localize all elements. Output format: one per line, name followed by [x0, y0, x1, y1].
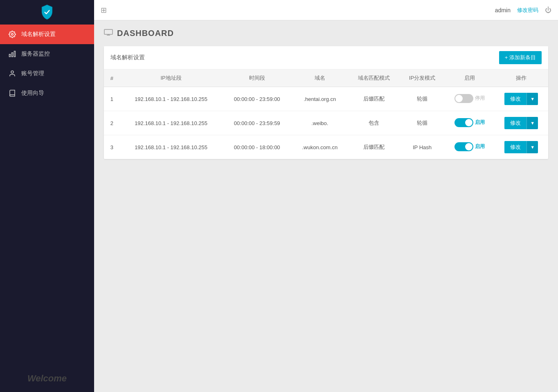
settings-icon	[8, 30, 16, 38]
modify-btn-wrap-3: 修改 ▼	[504, 141, 538, 153]
username-label: admin	[495, 7, 511, 13]
user-icon	[8, 69, 16, 78]
cell-time-3: 00:00:00 - 18:00:00	[222, 135, 292, 159]
change-password-link[interactable]: 修改密码	[517, 7, 538, 14]
table-row: 1 192.168.10.1 - 192.168.10.255 00:00:00…	[104, 87, 548, 111]
col-domain: 域名	[292, 69, 348, 87]
shield-icon	[40, 4, 54, 20]
cell-time-1: 00:00:00 - 23:59:00	[222, 87, 292, 111]
col-time-range: 时间段	[222, 69, 292, 87]
page-header: DASHBOARD	[104, 29, 548, 38]
cell-index-2: 2	[104, 111, 120, 135]
svg-rect-3	[9, 54, 11, 57]
toggle-knob-3	[465, 143, 473, 150]
page-title: DASHBOARD	[117, 29, 174, 38]
sidebar-item-usage-guide[interactable]: 使用向导	[0, 83, 94, 103]
svg-rect-1	[14, 51, 16, 57]
modify-dropdown-3[interactable]: ▼	[526, 141, 538, 153]
cell-enabled-3: 启用	[445, 135, 495, 159]
sidebar-welcome: Welcome	[0, 365, 94, 392]
sidebar: 域名解析设置 服务器监控 账号管理 使用向导	[0, 0, 94, 392]
col-action: 操作	[494, 69, 548, 87]
cell-ip-3: 192.168.10.1 - 192.168.10.255	[120, 135, 223, 159]
topbar-left: ⊞	[101, 6, 107, 15]
dns-table: # IP地址段 时间段 域名 域名匹配模式 IP分发模式 启用 操作 1 192…	[104, 69, 548, 159]
col-dist-mode: IP分发模式	[400, 69, 445, 87]
card-title: 域名解析设置	[110, 54, 145, 61]
bar-chart-icon	[8, 50, 16, 58]
cell-dist-1: 轮循	[400, 87, 445, 111]
modify-button-3[interactable]: 修改	[504, 141, 526, 153]
table-header: # IP地址段 时间段 域名 域名匹配模式 IP分发模式 启用 操作	[104, 69, 548, 87]
cell-time-2: 00:00:00 - 23:59:59	[222, 111, 292, 135]
toggle-label-1: 停用	[475, 95, 485, 102]
modify-btn-wrap-2: 修改 ▼	[504, 117, 538, 129]
grid-icon: ⊞	[101, 6, 107, 15]
sidebar-item-label-monitor: 服务器监控	[21, 50, 50, 58]
cell-match-1: 后缀匹配	[348, 87, 400, 111]
toggle-label-3: 启用	[475, 143, 485, 150]
col-index: #	[104, 69, 120, 87]
sidebar-item-server-monitor[interactable]: 服务器监控	[0, 44, 94, 64]
svg-rect-5	[104, 29, 112, 34]
cell-enabled-2: 启用	[445, 111, 495, 135]
card-header: 域名解析设置 + 添加新条目	[104, 46, 548, 69]
table-body: 1 192.168.10.1 - 192.168.10.255 00:00:00…	[104, 87, 548, 159]
power-icon[interactable]: ⏻	[545, 7, 551, 14]
modify-button-2[interactable]: 修改	[504, 117, 526, 129]
table-row: 3 192.168.10.1 - 192.168.10.255 00:00:00…	[104, 135, 548, 159]
toggle-switch-2[interactable]	[454, 118, 473, 127]
toggle-switch-1[interactable]	[454, 94, 473, 103]
modify-btn-wrap-1: 修改 ▼	[504, 93, 538, 105]
col-match-mode: 域名匹配模式	[348, 69, 400, 87]
content-area: DASHBOARD 域名解析设置 + 添加新条目 # IP地址段 时间段 域名 …	[94, 20, 558, 392]
add-entry-button[interactable]: + 添加新条目	[499, 51, 542, 64]
col-ip-range: IP地址段	[120, 69, 223, 87]
toggle-knob-2	[465, 119, 473, 126]
svg-point-4	[11, 71, 14, 73]
sidebar-nav: 域名解析设置 服务器监控 账号管理 使用向导	[0, 25, 94, 365]
cell-dist-2: 轮循	[400, 111, 445, 135]
cell-dist-3: IP Hash	[400, 135, 445, 159]
sidebar-item-label-dns: 域名解析设置	[21, 31, 56, 38]
cell-index-1: 1	[104, 87, 120, 111]
cell-ip-1: 192.168.10.1 - 192.168.10.255	[120, 87, 223, 111]
svg-rect-2	[12, 53, 13, 57]
cell-ip-2: 192.168.10.1 - 192.168.10.255	[120, 111, 223, 135]
cell-match-2: 包含	[348, 111, 400, 135]
sidebar-item-label-account: 账号管理	[21, 70, 44, 77]
topbar-right: admin 修改密码 ⏻	[495, 7, 551, 14]
cell-enabled-1: 停用	[445, 87, 495, 111]
cell-action-3: 修改 ▼	[494, 135, 548, 159]
col-enabled: 启用	[445, 69, 495, 87]
table-row: 2 192.168.10.1 - 192.168.10.255 00:00:00…	[104, 111, 548, 135]
sidebar-item-dns-settings[interactable]: 域名解析设置	[0, 25, 94, 44]
svg-point-0	[11, 34, 14, 36]
cell-action-1: 修改 ▼	[494, 87, 548, 111]
dashboard-monitor-icon	[104, 29, 113, 38]
sidebar-item-account-manage[interactable]: 账号管理	[0, 64, 94, 83]
dns-settings-card: 域名解析设置 + 添加新条目 # IP地址段 时间段 域名 域名匹配模式 IP分…	[104, 46, 548, 159]
toggle-label-2: 启用	[475, 119, 485, 126]
book-icon	[8, 89, 16, 97]
cell-domain-2: .weibo.	[292, 111, 348, 135]
main-area: ⊞ admin 修改密码 ⏻ DASHBOARD 域名解析设置 + 添加新条目	[94, 0, 558, 392]
sidebar-logo	[0, 0, 94, 25]
modify-dropdown-1[interactable]: ▼	[526, 93, 538, 105]
sidebar-item-label-guide: 使用向导	[21, 90, 44, 97]
modify-dropdown-2[interactable]: ▼	[526, 117, 538, 129]
cell-domain-3: .wukon.com.cn	[292, 135, 348, 159]
toggle-switch-3[interactable]	[454, 142, 473, 151]
cell-index-3: 3	[104, 135, 120, 159]
toggle-knob-1	[455, 95, 463, 102]
cell-match-3: 后缀匹配	[348, 135, 400, 159]
topbar: ⊞ admin 修改密码 ⏻	[94, 0, 558, 20]
modify-button-1[interactable]: 修改	[504, 93, 526, 105]
cell-domain-1: .hentai.org.cn	[292, 87, 348, 111]
cell-action-2: 修改 ▼	[494, 111, 548, 135]
